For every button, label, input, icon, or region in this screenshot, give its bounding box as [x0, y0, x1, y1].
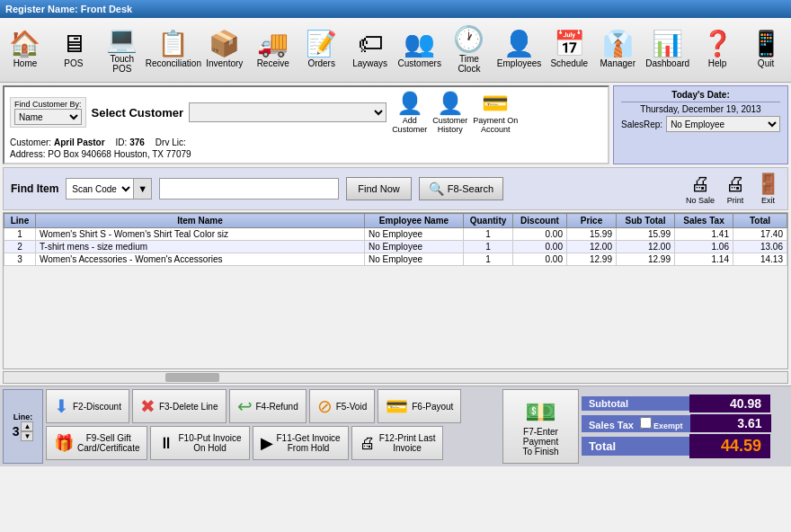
col-header-subtotal: Sub Total	[617, 214, 675, 228]
col-header-line: Line	[4, 214, 36, 228]
scan-code-combo: Scan Code ▼	[66, 178, 152, 200]
bottom-buttons-row: 🎁 F9-Sell Gift Card/Certificate ⏸ F10-Pu…	[46, 426, 500, 460]
inventory-icon: 📦	[209, 31, 240, 57]
help-icon: ❓	[702, 31, 733, 57]
toolbar-help[interactable]: ❓ Help	[694, 23, 741, 77]
salesrep-select[interactable]: No Employee	[666, 116, 780, 132]
add-customer-icon: 👤	[396, 91, 423, 116]
table-row[interactable]: 2 T-shirt mens - size medium No Employee…	[4, 241, 787, 253]
toolbar-reconciliation[interactable]: 📋 Reconciliation	[147, 23, 200, 77]
table-row[interactable]: 1 Women's Shirt S - Women's Shirt Teal C…	[4, 228, 787, 241]
home-label: Home	[13, 58, 38, 68]
customer-name: April Pastor	[54, 137, 105, 147]
toolbar-schedule[interactable]: 📅 Schedule	[546, 23, 592, 77]
time-clock-label: Time Clock	[449, 54, 490, 74]
cell-subtotal: 12.00	[617, 241, 675, 253]
find-now-button[interactable]: Find Now	[346, 177, 411, 200]
customer-panel: Find Customer By: Name Select Customer 👤…	[3, 85, 609, 164]
top-buttons-row: ⬇ F2-Discount ✖ F3-Delete Line ↩ F4-Refu…	[46, 389, 500, 423]
customer-select[interactable]	[189, 102, 387, 122]
f10-hold-button[interactable]: ⏸ F10-Put Invoice On Hold	[150, 426, 249, 460]
sales-tax-label: Sales Tax Exempt	[582, 415, 690, 432]
scan-code-select[interactable]: Scan Code	[67, 179, 133, 199]
title-bar: Register Name: Front Desk	[0, 0, 791, 18]
f8-search-button[interactable]: 🔍 F8-Search	[419, 177, 503, 200]
customer-history-button[interactable]: 👤 Customer History	[432, 91, 467, 134]
employees-label: Employees	[497, 58, 541, 68]
cell-tax: 1.06	[675, 241, 733, 253]
receive-icon: 🚚	[257, 31, 289, 57]
line-display: Line: 3 ▲ ▼	[3, 389, 43, 464]
f4-refund-button[interactable]: ↩ F4-Refund	[229, 389, 307, 423]
totals-panel: Subtotal 40.98 Sales Tax Exempt 3.61 Tot…	[582, 389, 788, 464]
reconciliation-icon: 📋	[157, 31, 189, 57]
toolbar-layways[interactable]: 🏷 Layways	[347, 23, 394, 77]
payout-icon: 💳	[386, 395, 408, 417]
f7-payment-button[interactable]: 💵 F7-Enter Payment To Finish	[502, 389, 579, 464]
col-header-price: Price	[567, 214, 617, 228]
f2-discount-button[interactable]: ⬇ F2-Discount	[46, 389, 129, 423]
toolbar-employees[interactable]: 👤 Employees	[494, 23, 544, 77]
f9-gift-button[interactable]: 🎁 F9-Sell Gift Card/Certificate	[46, 426, 147, 460]
toolbar-orders[interactable]: 📝 Orders	[298, 23, 345, 77]
cell-qty: 1	[464, 253, 513, 266]
exit-button[interactable]: 🚪 Exit	[756, 173, 780, 205]
cell-qty: 1	[464, 241, 513, 253]
delete-icon: ✖	[140, 395, 156, 417]
toolbar-pos[interactable]: 🖥 POS	[50, 23, 97, 77]
items-table-container[interactable]: Line Item Name Employee Name Quantity Di…	[3, 212, 788, 369]
employees-icon: 👤	[503, 31, 535, 57]
payment-on-account-button[interactable]: 💳 Payment On Account	[473, 91, 518, 134]
cell-total: 13.06	[733, 241, 787, 253]
f3-delete-button[interactable]: ✖ F3-Delete Line	[132, 389, 227, 423]
add-customer-button[interactable]: 👤 Add Customer	[392, 91, 427, 134]
gift-icon: 🎁	[54, 433, 74, 453]
home-icon: 🏠	[9, 31, 40, 57]
search-magnifier-icon: 🔍	[429, 182, 444, 196]
line-up-arrow[interactable]: ▲	[21, 421, 33, 431]
no-sale-button[interactable]: 🖨 No Sale	[686, 173, 715, 205]
cell-discount: 0.00	[513, 228, 567, 241]
toolbar-manager[interactable]: 👔 Manager	[594, 23, 641, 77]
f12-print-button[interactable]: 🖨 F12-Print Last Invoice	[351, 426, 444, 460]
cell-price: 12.00	[567, 241, 617, 253]
horizontal-scroll-thumb	[165, 373, 219, 382]
cell-item: T-shirt mens - size medium	[36, 241, 365, 253]
toolbar-touch-pos[interactable]: 💻 Touch POS	[99, 23, 146, 77]
schedule-icon: 📅	[554, 31, 585, 57]
subtotal-row: Subtotal 40.98	[582, 395, 788, 412]
scan-code-dropdown-arrow[interactable]: ▼	[133, 179, 151, 199]
line-spinners[interactable]: ▲ ▼	[21, 421, 33, 441]
find-by-select[interactable]: Name	[14, 109, 82, 125]
f11-get-hold-button[interactable]: ▶ F11-Get Invoice From Hold	[253, 426, 349, 460]
toolbar-time-clock[interactable]: 🕐 Time Clock	[446, 23, 493, 77]
toolbar-inventory[interactable]: 📦 Inventory	[201, 23, 248, 77]
history-icon: 👤	[437, 91, 464, 116]
touch-pos-label: Touch POS	[102, 54, 143, 74]
reconciliation-label: Reconciliation	[146, 58, 201, 68]
f5-void-button[interactable]: ⊘ F5-Void	[309, 389, 375, 423]
cell-employee: No Employee	[365, 241, 464, 253]
horizontal-scrollbar[interactable]	[3, 371, 788, 384]
subtotal-value: 40.98	[689, 395, 770, 412]
line-down-arrow[interactable]: ▼	[21, 431, 33, 441]
toolbar-quit[interactable]: 📱 Quit	[742, 23, 789, 77]
refund-icon: ↩	[237, 395, 253, 417]
quit-label: Quit	[758, 58, 774, 68]
cell-price: 12.99	[567, 253, 617, 266]
col-header-total: Total	[733, 214, 787, 228]
toolbar-dashboard[interactable]: 📊 Dashboard	[643, 23, 692, 77]
toolbar-home[interactable]: 🏠 Home	[2, 23, 49, 77]
touch-pos-icon: 💻	[106, 27, 138, 52]
f6-payout-button[interactable]: 💳 F6-Payout	[378, 389, 461, 423]
toolbar-receive[interactable]: 🚚 Receive	[250, 23, 297, 77]
scan-input[interactable]	[159, 178, 339, 200]
print-last-icon: 🖨	[360, 434, 376, 453]
exempt-checkbox[interactable]	[640, 417, 652, 429]
bottom-section: Line: 3 ▲ ▼ ⬇ F2-Discount ✖ F3-Delete Li…	[0, 386, 791, 466]
title-text: Register Name: Front Desk	[5, 4, 132, 14]
print-button[interactable]: 🖨 Print	[725, 173, 745, 205]
table-row[interactable]: 3 Women's Accessories - Women's Accessor…	[4, 253, 787, 266]
layways-label: Layways	[352, 58, 387, 68]
toolbar-customers[interactable]: 👥 Customers	[396, 23, 444, 77]
